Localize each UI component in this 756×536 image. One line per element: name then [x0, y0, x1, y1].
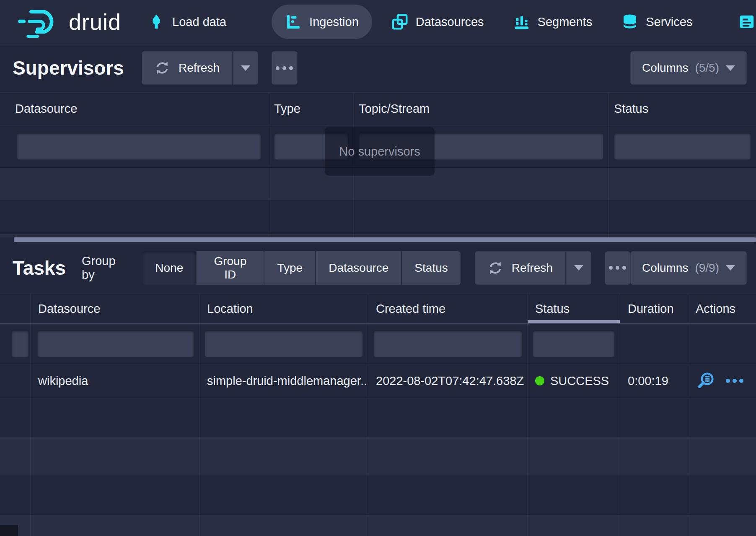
group-by-group-id-button[interactable]: Group ID [196, 251, 264, 285]
supervisors-toolbar: Supervisors Refresh Columns (5/5) [0, 44, 756, 92]
tasks-columns-button[interactable]: Columns (9/9) [630, 251, 747, 285]
nav-item-label: Load data [172, 15, 226, 29]
table-row-empty [0, 515, 756, 536]
location-filter-input[interactable] [205, 330, 363, 357]
columns-label: Columns [642, 261, 688, 275]
column-header-created-time[interactable]: Created time [368, 294, 527, 323]
status-cell: SUCCESS [527, 364, 620, 398]
supervisors-columns-button[interactable]: Columns (5/5) [630, 51, 747, 85]
supervisors-table: Datasource Type Topic/Stream Status No s… [0, 92, 756, 237]
status-success-dot [535, 376, 544, 385]
column-header-type[interactable]: Type [269, 93, 353, 125]
columns-count: (5/5) [695, 61, 719, 75]
tasks-more-button[interactable] [605, 251, 630, 285]
tasks-refresh-caret-button[interactable] [565, 251, 591, 285]
column-header-actions[interactable]: Actions [688, 294, 756, 323]
columns-label: Columns [642, 61, 688, 75]
group-by-none-button[interactable]: None [142, 251, 196, 285]
nav-item-load-data[interactable]: Load data [138, 5, 236, 39]
table-row-wikipedia[interactable]: wikipedia simple-druid-middlemanager... … [0, 364, 756, 398]
chevron-down-icon [241, 65, 250, 71]
nav-item-segments[interactable]: Segments [503, 5, 603, 39]
status-filter-input[interactable] [533, 330, 615, 357]
datasources-icon [391, 13, 408, 30]
nav-item-services[interactable]: Services [611, 5, 702, 39]
scrollbar-corner [0, 525, 18, 536]
druid-logo[interactable]: druid [14, 5, 121, 39]
nav-item-label: Ingestion [309, 15, 359, 29]
tasks-toolbar: Tasks Group by None Group ID Type Dataso… [0, 242, 756, 294]
upload-icon [148, 13, 165, 30]
nav-item-query[interactable]: Query [728, 5, 756, 39]
more-icon [609, 266, 626, 270]
tasks-refresh-button[interactable]: Refresh [475, 251, 565, 285]
supervisors-refresh-button[interactable]: Refresh [142, 51, 232, 85]
table-row-empty [0, 234, 756, 237]
datasource-filter-input[interactable] [37, 330, 194, 357]
group-by-button-group: None Group ID Type Datasource Status [142, 251, 460, 285]
more-icon [276, 66, 293, 70]
datasource-cell[interactable]: wikipedia [30, 364, 199, 398]
datasource-filter-input[interactable] [17, 133, 261, 160]
tasks-table: Datasource Location Created time Status … [0, 294, 756, 536]
status-filter-input[interactable] [614, 133, 751, 160]
group-by-status-button[interactable]: Status [401, 251, 460, 285]
group-by-type-button[interactable]: Type [264, 251, 315, 285]
nav-item-label: Datasources [416, 15, 484, 29]
refresh-label: Refresh [179, 61, 220, 75]
nav-item-label: Services [646, 15, 692, 29]
location-cell[interactable]: simple-druid-middlemanager... [199, 364, 368, 398]
column-header-status[interactable]: Status [608, 93, 756, 125]
brand-name: druid [69, 9, 121, 35]
tasks-table-header: Datasource Location Created time Status … [0, 294, 756, 324]
ingestion-icon [285, 13, 302, 30]
horizontal-scrollbar[interactable] [14, 237, 756, 242]
group-by-label: Group by [82, 254, 131, 282]
query-icon [738, 13, 755, 30]
row-more-icon[interactable] [726, 379, 743, 383]
nav-item-ingestion[interactable]: Ingestion [272, 5, 372, 39]
status-header-label: Status [535, 302, 570, 316]
druid-logo-icon [14, 5, 65, 39]
tasks-refresh-split-button: Refresh [475, 251, 591, 285]
supervisors-refresh-caret-button[interactable] [232, 51, 258, 85]
duration-cell: 0:00:19 [620, 364, 688, 398]
table-row-empty [0, 398, 756, 437]
column-header-expander [0, 294, 30, 323]
table-row-empty [0, 476, 756, 515]
refresh-icon [487, 260, 503, 276]
chevron-down-icon [574, 265, 583, 271]
column-header-duration[interactable]: Duration [620, 294, 688, 323]
column-header-topic-stream[interactable]: Topic/Stream [353, 93, 608, 125]
navbar: druid Load data Ingestion [0, 0, 756, 44]
expander-filter-input[interactable] [12, 330, 28, 357]
status-badge: SUCCESS [550, 374, 609, 388]
supervisors-refresh-split-button: Refresh [142, 51, 258, 85]
created-time-filter-input[interactable] [373, 330, 522, 357]
sort-indicator [528, 320, 620, 323]
refresh-icon [154, 60, 170, 76]
chevron-down-icon [726, 65, 735, 71]
chevron-down-icon [726, 265, 735, 271]
group-by-datasource-button[interactable]: Datasource [315, 251, 401, 285]
column-header-status[interactable]: Status [527, 294, 620, 323]
search-detail-icon[interactable] [696, 371, 715, 390]
nav-item-datasources[interactable]: Datasources [381, 5, 494, 39]
table-row-empty [0, 437, 756, 476]
nav-item-label: Segments [538, 15, 593, 29]
table-row-empty [0, 201, 756, 234]
created-time-cell: 2022-08-02T07:42:47.638Z [368, 364, 527, 398]
column-header-datasource[interactable]: Datasource [0, 93, 269, 125]
column-header-location[interactable]: Location [199, 294, 368, 323]
columns-count: (9/9) [695, 261, 719, 275]
supervisors-more-button[interactable] [272, 51, 298, 85]
column-header-datasource[interactable]: Datasource [30, 294, 199, 323]
no-supervisors-message: No supervisors [325, 127, 435, 176]
tasks-title: Tasks [13, 257, 66, 279]
supervisors-title: Supervisors [13, 57, 124, 79]
tasks-filter-row [0, 324, 756, 364]
supervisors-table-header: Datasource Type Topic/Stream Status [0, 93, 756, 125]
actions-cell [688, 364, 756, 398]
segments-icon [513, 13, 530, 30]
refresh-label: Refresh [512, 261, 553, 275]
